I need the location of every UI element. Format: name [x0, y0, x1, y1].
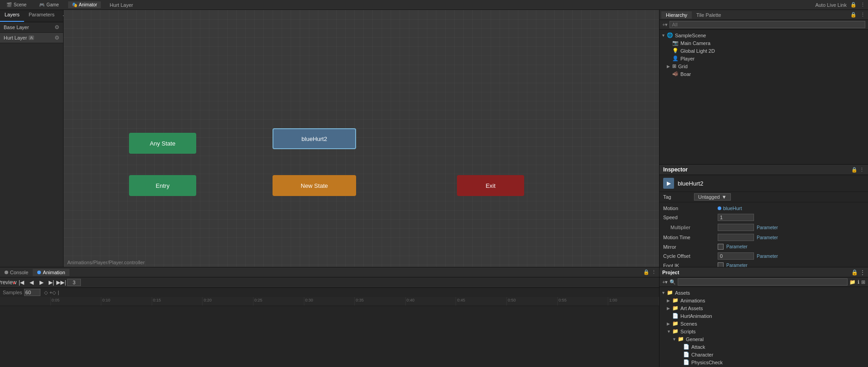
motion-time-label: Motion Time [663, 235, 718, 240]
art-assets-folder-icon: 📁 [672, 305, 679, 311]
tab-tile-palette[interactable]: Tile Palette [692, 11, 726, 19]
mark-015: 0:15 [152, 297, 203, 306]
lock-icon[interactable]: 🔒 [850, 2, 857, 8]
tab-hierarchy[interactable]: Hierarchy [661, 11, 692, 19]
assets-folder-icon: 📁 [667, 290, 673, 296]
foot-ik-value-container: Parameter [718, 262, 864, 267]
hurt-layer-label: Hurt Layer [4, 35, 27, 40]
ptree-general[interactable]: ▼ 📁 General [660, 335, 868, 343]
ptree-art-assets[interactable]: ▶ 📁 Art Assets [660, 304, 868, 312]
frame-number-input[interactable] [67, 279, 81, 286]
cycle-offset-input[interactable] [718, 252, 754, 260]
entry-node[interactable]: Entry [129, 175, 196, 196]
hurt-animation-arrow [667, 314, 672, 318]
goto-start-button[interactable]: |◀ [17, 278, 25, 287]
ptree-attack[interactable]: 📄 Attack [660, 343, 868, 351]
project-folder-icon[interactable]: 📁 [849, 279, 856, 285]
tree-item-grid[interactable]: ▶ ⊞ Grid [660, 62, 868, 70]
project-title: Project [662, 270, 679, 275]
timeline-ruler[interactable]: 0:05 0:10 0:15 0:20 0:25 0:30 0:35 0:40 … [0, 297, 659, 306]
animation-dot [37, 271, 41, 274]
diamond-icon[interactable]: ◇ [44, 290, 48, 296]
mark-050: 0:50 [507, 297, 558, 306]
tree-item-boar[interactable]: 🐗 Boar [660, 70, 868, 78]
object-icon: ▶ [663, 178, 674, 189]
next-frame-button[interactable]: ▶| [47, 278, 55, 287]
foot-ik-checkbox[interactable] [718, 262, 724, 267]
tab-console[interactable]: Console [0, 269, 33, 276]
hierarchy-lock-icon[interactable]: 🔒 [850, 11, 857, 19]
tab-game[interactable]: 🎮 Game [35, 1, 62, 8]
speed-input[interactable] [718, 214, 754, 221]
any-state-node[interactable]: Any State [129, 133, 196, 154]
new-state-node[interactable]: New State [273, 175, 356, 196]
multiplier-input[interactable] [718, 224, 754, 231]
animator-canvas[interactable]: Any State Entry blueHurt2 New State Exit… [64, 10, 659, 267]
project-grid-icon[interactable]: ⊞ [861, 279, 865, 285]
tree-item-player[interactable]: 👤 Player [660, 55, 868, 62]
bottom-left-panel: Console Animation 🔒 ⋮ Preview ● |◀ ◀ ▶ ▶… [0, 267, 659, 367]
mark-045: 0:45 [456, 297, 507, 306]
project-info-icon[interactable]: ℹ [858, 279, 859, 285]
ptree-hurt-animation[interactable]: 📄 HurtAnimation [660, 312, 868, 320]
ptree-assets[interactable]: ▼ 📁 Assets [660, 289, 868, 297]
hierarchy-search-input[interactable] [670, 21, 865, 28]
layer-base[interactable]: Base Layer ⚙ [0, 22, 63, 33]
tree-item-samplescene[interactable]: ▼ 🌐 SampleScene [660, 31, 868, 39]
base-layer-gear-icon[interactable]: ⚙ [55, 24, 60, 30]
mirror-checkbox[interactable] [718, 244, 724, 250]
attack-file-icon: 📄 [683, 344, 689, 350]
hurt-animation-label: HurtAnimation [680, 313, 712, 319]
tab-parameters[interactable]: Parameters [24, 10, 59, 22]
inspector-lock-icon[interactable]: 🔒 [851, 167, 858, 173]
record-icon[interactable]: ● [13, 280, 15, 285]
add-hierarchy-icon[interactable]: +▾ [662, 22, 668, 28]
ptree-animations[interactable]: ▶ 📁 Animations [660, 297, 868, 304]
tab-scene[interactable]: 🎬 Scene [3, 1, 30, 8]
layer-hurt[interactable]: Hurt Layer A ⚙ [0, 33, 63, 43]
exit-node[interactable]: Exit [457, 175, 524, 196]
breadcrumb-path-label: Animations/Player/Player.controller [67, 260, 145, 265]
timeline-more-icon[interactable]: ⋮ [651, 269, 656, 275]
prev-frame-button[interactable]: ◀ [27, 278, 35, 287]
motion-time-input[interactable] [718, 234, 754, 241]
tree-item-maincamera[interactable]: 📷 Main Camera [660, 39, 868, 47]
keyframe-more-icon[interactable]: | [58, 290, 59, 295]
project-more-icon[interactable]: ⋮ [860, 269, 865, 276]
speed-label: Speed [663, 215, 718, 220]
tab-animation[interactable]: Animation [33, 269, 69, 276]
hurt-layer-gear-icon[interactable]: ⚙ [55, 35, 60, 41]
main-camera-arrow [667, 41, 672, 45]
hierarchy-search-bar: +▾ [660, 20, 868, 30]
tag-value[interactable]: Untagged ▼ [694, 193, 731, 201]
add-keyframe-icon[interactable]: +◇ [50, 290, 56, 296]
ptree-physics-check[interactable]: 📄 PhysicsCheck [660, 358, 868, 366]
auto-live-link-label[interactable]: Auto Live Link [815, 2, 847, 8]
hierarchy-more-icon[interactable]: ⋮ [859, 11, 866, 19]
project-lock-icon[interactable]: 🔒 [851, 269, 858, 276]
inspector-more-icon[interactable]: ⋮ [859, 167, 864, 173]
bluehurt2-node[interactable]: blueHurt2 [273, 128, 356, 149]
mark-100: 1:00 [608, 297, 659, 306]
tab-layers[interactable]: Layers [0, 10, 24, 22]
ptree-scripts[interactable]: ▼ 📁 Scripts [660, 327, 868, 335]
ptree-character[interactable]: 📄 Character [660, 351, 868, 358]
mark-030: 0:30 [304, 297, 355, 306]
project-add-btn[interactable]: +▾ [662, 279, 668, 285]
main-camera-icon: 📷 [672, 40, 679, 46]
more-icon[interactable]: ⋮ [860, 2, 865, 8]
preview-button[interactable]: Preview [3, 278, 11, 287]
game-icon: 🎮 [39, 2, 45, 7]
project-search-input[interactable] [678, 278, 848, 286]
animation-tab-label: Animation [43, 270, 65, 275]
project-search-icon[interactable]: 🔍 [670, 279, 676, 285]
tab-animator[interactable]: 🎭 Animator [68, 1, 101, 8]
samples-input[interactable] [24, 289, 40, 296]
motion-value-text[interactable]: blueHurt [723, 206, 742, 211]
timeline-lock-icon[interactable]: 🔒 [643, 269, 650, 275]
tree-item-globallight[interactable]: 💡 Global Light 2D [660, 47, 868, 55]
goto-end-button[interactable]: ▶▶| [57, 278, 65, 287]
entry-label: Entry [156, 182, 169, 189]
play-button[interactable]: ▶ [37, 278, 45, 287]
ptree-scenes[interactable]: ▶ 📁 Scenes [660, 320, 868, 327]
